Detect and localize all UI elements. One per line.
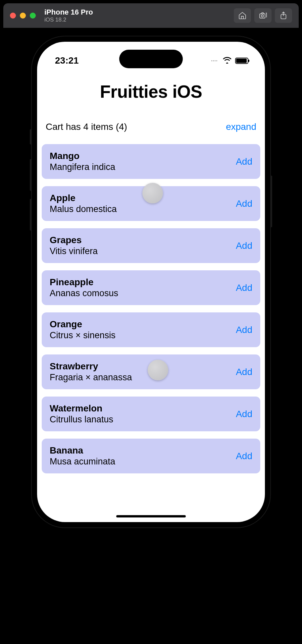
fruit-latin: Citrullus lanatus [50, 414, 113, 425]
list-item[interactable]: Pineapple Ananas comosus Add [42, 270, 260, 305]
cellular-icon [211, 60, 217, 61]
add-button[interactable]: Add [236, 198, 252, 209]
expand-button[interactable]: expand [226, 122, 256, 132]
fruit-name: Strawberry [50, 361, 132, 372]
list-item[interactable]: Banana Musa acuminata Add [42, 439, 260, 473]
fruit-name: Orange [50, 319, 116, 330]
fruit-name: Watermelon [50, 403, 113, 414]
svg-point-1 [261, 15, 264, 17]
touch-indicator [142, 183, 163, 203]
home-button[interactable] [234, 8, 251, 23]
cart-summary: Cart has 4 items (4) [46, 122, 127, 132]
share-icon [279, 11, 288, 20]
simulator-titlebar: iPhone 16 Pro iOS 18.2 [3, 3, 299, 28]
fruit-name: Banana [50, 445, 115, 456]
fruit-name: Pineapple [50, 277, 118, 288]
fruit-latin: Ananas comosus [50, 288, 118, 298]
svg-rect-0 [260, 14, 265, 18]
add-button[interactable]: Add [236, 283, 252, 293]
side-button[interactable] [270, 176, 272, 227]
list-item[interactable]: Watermelon Citrullus lanatus Add [42, 397, 260, 431]
phone-frame: 23:21 Fruitties iOS Cart has 4 items (4)… [32, 36, 270, 527]
fruit-latin: Fragaria × ananassa [50, 372, 132, 383]
add-button[interactable]: Add [236, 241, 252, 251]
fruit-latin: Musa acuminata [50, 456, 115, 467]
volume-down-button[interactable] [30, 199, 32, 231]
mute-switch[interactable] [30, 129, 32, 144]
wifi-icon [223, 56, 232, 65]
fruit-name: Mango [50, 151, 115, 161]
list-item[interactable]: Orange Citrus × sinensis Add [42, 312, 260, 347]
list-item[interactable]: Mango Mangifera indica Add [42, 144, 260, 179]
list-item[interactable]: Grapes Vitis vinifera Add [42, 228, 260, 263]
battery-icon [235, 58, 248, 64]
home-icon [238, 11, 247, 20]
fruit-latin: Mangifera indica [50, 162, 115, 172]
window-close-button[interactable] [10, 13, 16, 19]
touch-indicator [148, 360, 168, 380]
simulator-os-version: iOS 18.2 [44, 17, 234, 23]
camera-stack-icon [259, 11, 267, 20]
add-button[interactable]: Add [236, 367, 252, 377]
add-button[interactable]: Add [236, 409, 252, 419]
fruit-latin: Vitis vinifera [50, 246, 98, 256]
fruit-name: Grapes [50, 235, 98, 245]
volume-up-button[interactable] [30, 159, 32, 191]
add-button[interactable]: Add [236, 156, 252, 167]
dynamic-island[interactable] [119, 50, 183, 68]
page-title: Fruitties iOS [37, 81, 265, 102]
add-button[interactable]: Add [236, 325, 252, 335]
window-zoom-button[interactable] [30, 13, 36, 19]
screenshot-button[interactable] [254, 8, 272, 23]
add-button[interactable]: Add [236, 451, 252, 461]
simulator-device-name: iPhone 16 Pro [44, 8, 234, 17]
window-minimize-button[interactable] [20, 13, 26, 19]
home-indicator[interactable] [116, 515, 186, 517]
fruit-latin: Citrus × sinensis [50, 330, 116, 341]
status-time: 23:21 [55, 55, 79, 66]
share-button[interactable] [275, 8, 292, 23]
phone-screen: 23:21 Fruitties iOS Cart has 4 items (4)… [37, 42, 265, 522]
fruit-latin: Malus domestica [50, 204, 117, 214]
fruit-name: Apple [50, 193, 117, 203]
